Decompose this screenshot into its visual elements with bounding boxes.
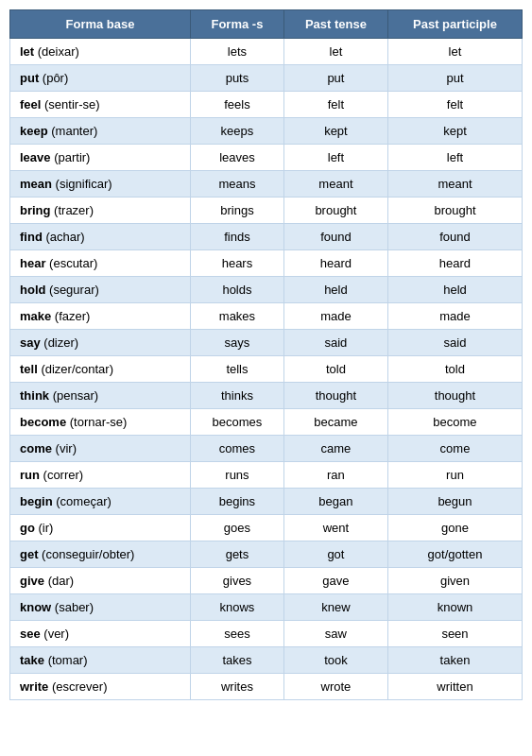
table-row: write (escrever)writeswrotewritten [10, 674, 523, 700]
base-form-cell: make (fazer) [10, 303, 191, 330]
table-row: think (pensar)thinksthoughtthought [10, 383, 523, 409]
table-row: begin (começar)beginsbeganbegun [10, 489, 523, 515]
base-form-cell: keep (manter) [10, 118, 191, 145]
base-word: think [20, 388, 49, 403]
base-word: make [20, 309, 51, 323]
base-word: find [20, 230, 43, 244]
base-form-cell: leave (partir) [10, 145, 191, 171]
past-tense-cell: came [283, 436, 387, 462]
base-form-cell: find (achar) [10, 224, 191, 250]
base-form-cell: become (tornar-se) [10, 409, 191, 436]
translation: (conseguir/obter) [39, 547, 135, 561]
table-row: leave (partir)leavesleftleft [10, 145, 523, 171]
past-participle-cell: seen [387, 621, 522, 647]
past-participle-cell: become [387, 409, 522, 436]
base-word: hear [20, 256, 45, 270]
translation: (partir) [51, 150, 91, 164]
past-participle-cell: known [387, 594, 522, 621]
past-participle-cell: put [387, 65, 522, 92]
base-form-cell: give (dar) [10, 568, 191, 594]
column-header-past-participle: Past participle [387, 10, 522, 39]
translation: (fazer) [51, 309, 90, 323]
base-form-cell: run (correr) [10, 462, 191, 489]
base-form-cell: say (dizer) [10, 330, 191, 356]
base-word: bring [20, 203, 51, 217]
s-form-cell: makes [190, 303, 283, 330]
base-word: become [20, 415, 66, 429]
past-participle-cell: thought [387, 383, 522, 409]
past-tense-cell: became [283, 409, 387, 436]
s-form-cell: lets [190, 39, 283, 65]
past-tense-cell: meant [283, 171, 387, 198]
s-form-cell: goes [190, 515, 283, 541]
translation: (dar) [44, 574, 74, 588]
past-participle-cell: kept [387, 118, 522, 145]
past-participle-cell: left [387, 145, 522, 171]
s-form-cell: knows [190, 594, 283, 621]
past-participle-cell: held [387, 277, 522, 303]
s-form-cell: takes [190, 647, 283, 674]
table-row: keep (manter)keepskeptkept [10, 118, 523, 145]
s-form-cell: sees [190, 621, 283, 647]
past-tense-cell: knew [283, 594, 387, 621]
base-form-cell: see (ver) [10, 621, 191, 647]
past-participle-cell: come [387, 436, 522, 462]
past-participle-cell: given [387, 568, 522, 594]
s-form-cell: runs [190, 462, 283, 489]
past-tense-cell: made [283, 303, 387, 330]
table-row: come (vir)comescamecome [10, 436, 523, 462]
translation: (pôr) [39, 71, 68, 85]
base-word: know [20, 600, 51, 614]
base-form-cell: write (escrever) [10, 674, 191, 700]
column-header-past-tense: Past tense [283, 10, 387, 39]
past-participle-cell: taken [387, 647, 522, 674]
translation: (ir) [35, 521, 54, 535]
past-tense-cell: found [283, 224, 387, 250]
table-header-row: Forma baseForma -sPast tensePast partici… [10, 10, 523, 39]
past-tense-cell: got [283, 541, 387, 568]
base-form-cell: take (tomar) [10, 647, 191, 674]
base-word: begin [20, 494, 53, 508]
base-word: give [20, 574, 44, 588]
past-tense-cell: ran [283, 462, 387, 489]
table-row: tell (dizer/contar)tellstoldtold [10, 356, 523, 383]
base-form-cell: feel (sentir-se) [10, 92, 191, 118]
translation: (tomar) [44, 653, 88, 667]
past-participle-cell: brought [387, 198, 522, 224]
past-participle-cell: said [387, 330, 522, 356]
table-row: hear (escutar)hearsheardheard [10, 250, 523, 277]
s-form-cell: keeps [190, 118, 283, 145]
s-form-cell: finds [190, 224, 283, 250]
table-row: go (ir)goeswentgone [10, 515, 523, 541]
translation: (dizer/contar) [38, 362, 113, 376]
table-row: see (ver)seessawseen [10, 621, 523, 647]
translation: (ver) [41, 627, 69, 641]
s-form-cell: thinks [190, 383, 283, 409]
table-row: give (dar)givesgavegiven [10, 568, 523, 594]
s-form-cell: brings [190, 198, 283, 224]
past-tense-cell: felt [283, 92, 387, 118]
table-row: get (conseguir/obter)getsgotgot/gotten [10, 541, 523, 568]
table-row: know (saber)knowsknewknown [10, 594, 523, 621]
past-tense-cell: put [283, 65, 387, 92]
s-form-cell: feels [190, 92, 283, 118]
table-row: make (fazer)makesmademade [10, 303, 523, 330]
base-word: keep [20, 124, 48, 138]
past-participle-cell: felt [387, 92, 522, 118]
base-word: put [20, 71, 39, 85]
past-participle-cell: meant [387, 171, 522, 198]
base-word: run [20, 468, 40, 482]
translation: (escutar) [45, 256, 97, 270]
base-word: feel [20, 97, 41, 112]
base-form-cell: let (deixar) [10, 39, 191, 65]
translation: (trazer) [51, 203, 94, 217]
translation: (pensar) [49, 388, 98, 403]
past-participle-cell: found [387, 224, 522, 250]
base-word: get [20, 547, 39, 561]
translation: (segurar) [45, 283, 98, 297]
s-form-cell: gets [190, 541, 283, 568]
irregular-verbs-table: Forma baseForma -sPast tensePast partici… [9, 9, 523, 700]
table-row: take (tomar)takestooktaken [10, 647, 523, 674]
base-form-cell: mean (significar) [10, 171, 191, 198]
base-word: take [20, 653, 44, 667]
